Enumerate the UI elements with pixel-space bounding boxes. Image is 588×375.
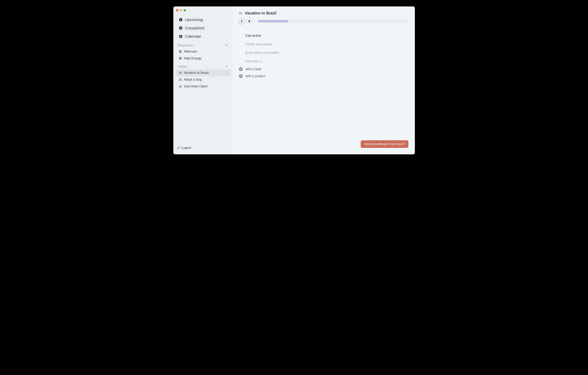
task-checkbox[interactable] bbox=[239, 51, 242, 55]
svg-rect-26 bbox=[180, 86, 181, 87]
list-icon bbox=[179, 85, 182, 88]
checklist-icon bbox=[239, 11, 242, 15]
layers-icon bbox=[179, 50, 182, 53]
main-header: Vacation to Brazil bbox=[232, 6, 415, 28]
nav-upcoming[interactable]: Upcoming bbox=[173, 16, 232, 24]
svg-point-11 bbox=[179, 72, 179, 72]
nav-label: Calendar bbox=[185, 34, 201, 39]
task-row[interactable]: Call airline bbox=[239, 32, 409, 40]
svg-rect-30 bbox=[240, 12, 242, 12]
svg-rect-20 bbox=[180, 79, 181, 80]
nav-label: Completed bbox=[185, 26, 204, 30]
task-list: Call airline Check visa status Book hote… bbox=[232, 28, 415, 83]
project-item-vacation[interactable]: Vacation to Brazil bbox=[175, 69, 231, 76]
chevron-circle-icon bbox=[179, 18, 183, 22]
svg-point-29 bbox=[179, 146, 179, 147]
project-title-row: Vacation to Brazil bbox=[239, 11, 409, 15]
projects-header: Projects + bbox=[173, 62, 232, 69]
task-label: Book hotel reservation bbox=[245, 51, 279, 55]
perspectives-header: Perspectives + bbox=[173, 41, 232, 48]
reorder-button[interactable] bbox=[239, 18, 245, 24]
svg-rect-3 bbox=[179, 35, 182, 36]
app-window: Upcoming Completed Calendar Perspectives… bbox=[173, 6, 415, 154]
svg-rect-7 bbox=[180, 36, 181, 37]
close-window-button[interactable] bbox=[176, 9, 178, 11]
main-panel: Vacation to Brazil bbox=[232, 6, 415, 154]
inbox-prompt-label: Add something to the inbox? bbox=[364, 142, 405, 146]
layers-icon bbox=[179, 57, 182, 60]
nav-label: Upcoming bbox=[185, 17, 203, 22]
task-label: Call airline bbox=[245, 34, 261, 38]
delete-button[interactable] bbox=[246, 18, 252, 24]
progress-fill bbox=[258, 20, 288, 22]
calendar-icon bbox=[179, 34, 183, 38]
svg-point-25 bbox=[179, 86, 179, 87]
svg-point-15 bbox=[179, 73, 179, 74]
logout-icon bbox=[177, 146, 180, 149]
progress-bar bbox=[258, 20, 409, 22]
svg-point-27 bbox=[179, 87, 179, 88]
logout-label: Logout bbox=[181, 146, 191, 150]
perspective-label: High Energy bbox=[184, 56, 202, 60]
svg-rect-9 bbox=[179, 37, 180, 38]
maximize-window-button[interactable] bbox=[184, 9, 186, 11]
project-toolbar bbox=[239, 18, 409, 24]
plus-circle-icon: + bbox=[239, 74, 243, 78]
svg-rect-36 bbox=[248, 21, 250, 21]
add-perspective-button[interactable]: + bbox=[225, 43, 228, 47]
svg-point-23 bbox=[179, 86, 179, 86]
perspective-label: Aftercare bbox=[184, 50, 197, 54]
add-project-label: add a project bbox=[246, 74, 265, 78]
add-subproject-button[interactable]: + add a project bbox=[239, 73, 409, 80]
svg-rect-12 bbox=[180, 72, 181, 72]
svg-rect-10 bbox=[180, 37, 181, 38]
svg-rect-18 bbox=[180, 79, 181, 79]
svg-point-21 bbox=[179, 80, 179, 81]
nav-completed[interactable]: Completed bbox=[173, 24, 232, 32]
project-label: Visit Hotel Client bbox=[184, 85, 207, 88]
task-label: Have fun ;) bbox=[245, 59, 262, 63]
svg-rect-34 bbox=[240, 14, 242, 14]
project-label: Adopt a Dog bbox=[184, 78, 202, 81]
plus-circle-icon: + bbox=[239, 67, 243, 71]
task-label: Check visa status bbox=[245, 42, 272, 46]
svg-rect-6 bbox=[179, 36, 180, 37]
svg-rect-4 bbox=[180, 35, 180, 36]
svg-point-1 bbox=[179, 26, 182, 30]
task-row[interactable]: Have fun ;) bbox=[239, 57, 409, 66]
task-checkbox[interactable] bbox=[239, 60, 242, 63]
task-checkbox[interactable] bbox=[239, 34, 242, 38]
project-item-adopt-dog[interactable]: Adopt a Dog bbox=[173, 76, 232, 83]
svg-rect-37 bbox=[249, 20, 250, 21]
project-item-visit-hotel-client[interactable]: Visit Hotel Client bbox=[173, 83, 232, 90]
project-label: Vacation to Brazil bbox=[184, 71, 209, 75]
svg-rect-5 bbox=[181, 35, 182, 36]
nav-calendar[interactable]: Calendar bbox=[173, 32, 232, 41]
svg-rect-24 bbox=[180, 86, 181, 86]
task-row[interactable]: Book hotel reservation bbox=[239, 49, 409, 57]
svg-point-19 bbox=[179, 79, 179, 80]
task-row[interactable]: Check visa status bbox=[239, 40, 409, 49]
svg-rect-8 bbox=[181, 36, 182, 37]
add-task-label: add a task bbox=[246, 67, 262, 71]
sidebar-footer: Logout bbox=[173, 146, 232, 154]
task-checkbox[interactable] bbox=[239, 43, 242, 46]
list-icon bbox=[179, 78, 182, 81]
svg-rect-14 bbox=[180, 73, 181, 73]
svg-point-13 bbox=[179, 73, 179, 73]
svg-rect-22 bbox=[180, 80, 181, 81]
svg-point-17 bbox=[179, 79, 179, 79]
perspective-item-aftercare[interactable]: Aftercare bbox=[173, 48, 232, 55]
section-title: Projects bbox=[178, 65, 188, 68]
perspective-item-high-energy[interactable]: High Energy bbox=[173, 55, 232, 62]
svg-rect-28 bbox=[180, 87, 181, 88]
logout-button[interactable]: Logout bbox=[177, 146, 229, 150]
add-project-button[interactable]: + bbox=[225, 65, 228, 69]
section-title: Perspectives bbox=[178, 44, 193, 47]
svg-rect-16 bbox=[180, 73, 181, 74]
minimize-window-button[interactable] bbox=[180, 9, 182, 11]
inbox-add-button[interactable]: Add something to the inbox? bbox=[361, 140, 408, 148]
sort-icon bbox=[241, 20, 243, 22]
add-task-button[interactable]: + add a task bbox=[239, 66, 409, 73]
svg-rect-32 bbox=[240, 13, 242, 13]
